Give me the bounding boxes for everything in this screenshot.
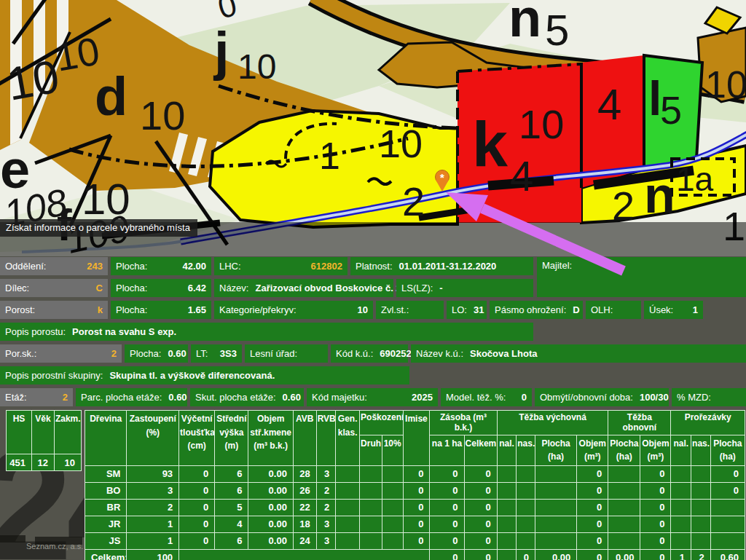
label: Etáž: bbox=[5, 392, 27, 403]
field-plocha-oddeleni: Plocha:42.00 bbox=[111, 257, 211, 275]
cell-gen bbox=[336, 499, 360, 516]
label: Kategorie/překryv: bbox=[219, 304, 297, 315]
col-header-vycetni: Výčetní tloušťka (cm) bbox=[179, 411, 215, 466]
cell-zastoupeni: 2 bbox=[127, 499, 179, 516]
cell-gen bbox=[336, 482, 360, 499]
cell-druh bbox=[360, 516, 382, 532]
cell-objem-vych: 0 bbox=[577, 516, 608, 532]
cell-hs: 451 bbox=[7, 454, 32, 471]
map-label: n bbox=[644, 167, 675, 224]
cell-nal-vych bbox=[497, 482, 517, 499]
map-label: 5 bbox=[545, 6, 569, 55]
cell-avb: 26 bbox=[293, 482, 316, 499]
cell-vycetni: 0 bbox=[179, 516, 215, 532]
col-header-stredni: Střední výška (m) bbox=[215, 411, 248, 466]
cell-druh bbox=[360, 499, 382, 516]
value: 2025 bbox=[412, 392, 433, 403]
stand-summary-table: HS Věk Zakm. 451 12 10 bbox=[6, 410, 82, 471]
col-header-gen-klas: Gen. klas. bbox=[336, 411, 360, 466]
field-lo: LO:31 bbox=[447, 301, 487, 319]
label: Skut. plocha etáže: bbox=[195, 392, 276, 403]
cell-plocha-obn bbox=[608, 482, 640, 499]
col-header-plocha-vych: Plocha (ha) bbox=[535, 435, 576, 465]
field-kod-majetku: Kód majetku:2025 bbox=[307, 388, 438, 406]
cell-nas-vych bbox=[517, 465, 535, 482]
value: 243 bbox=[87, 261, 103, 272]
field-nazev: Název:Zařizovací obvod Boskovice č. 2 bbox=[214, 279, 393, 297]
cell-avb: 22 bbox=[293, 499, 316, 516]
field-parc-plocha: Parc. plocha etáže:0.60 bbox=[76, 388, 187, 406]
group-header-poskozeni: Poškození bbox=[360, 411, 403, 435]
cell-nas-pror bbox=[691, 499, 711, 516]
label: LT: bbox=[196, 348, 208, 359]
value: 0 bbox=[522, 392, 527, 403]
cell-nal-pror bbox=[671, 516, 691, 532]
cell-nas-vych bbox=[517, 499, 535, 516]
value: C bbox=[96, 283, 103, 293]
value: k bbox=[98, 304, 103, 315]
cell-zastoupeni: 1 bbox=[127, 532, 179, 549]
col-header-nal-pror: nal. bbox=[671, 435, 691, 465]
cell-nas-pror bbox=[691, 465, 711, 482]
col-header-imise: Imise bbox=[403, 411, 430, 466]
map-label: 1a bbox=[676, 160, 714, 198]
col-header-rvb: RVB bbox=[316, 411, 336, 466]
field-model-tez: Model. těž. %:0 bbox=[441, 388, 532, 406]
marker-asterisk: * bbox=[440, 171, 444, 184]
label: Model. těž. %: bbox=[446, 392, 506, 403]
label: % MZD: bbox=[677, 392, 711, 403]
cell-celkem: 0 bbox=[464, 465, 497, 482]
field-dilec: Dílec:C bbox=[0, 279, 108, 297]
value: D bbox=[573, 304, 579, 315]
field-porsk: Por.sk.:2 bbox=[0, 344, 122, 363]
cell-druh bbox=[360, 482, 382, 499]
species-row: JS1060.0024300000 bbox=[85, 532, 745, 549]
map-label: k bbox=[472, 108, 509, 180]
col-header-vek: Věk bbox=[32, 411, 55, 454]
cell-plocha-obn bbox=[608, 465, 640, 482]
label: Kód majetku: bbox=[312, 392, 367, 403]
field-plocha-porost: Plocha:1.65 bbox=[111, 301, 211, 319]
cell-nal-vych bbox=[497, 549, 517, 560]
col-header-plocha-pror: Plocha (ha) bbox=[710, 435, 745, 465]
cell-plocha-vych bbox=[535, 499, 576, 516]
cell-vycetni: 0 bbox=[179, 499, 215, 516]
label: Plocha: bbox=[116, 261, 147, 272]
cell-druh bbox=[360, 465, 382, 482]
species-row: SM93060.00283000000 bbox=[85, 465, 745, 482]
col-header-drevina: Dřevina bbox=[85, 411, 127, 466]
cell-nas-vych bbox=[517, 516, 535, 532]
cell-nal-pror bbox=[671, 482, 691, 499]
label: Oddělení: bbox=[5, 261, 46, 272]
col-header-objem-obn: Objem (m³) bbox=[640, 435, 671, 465]
label: LO: bbox=[452, 304, 467, 315]
value: Skočova Lhota bbox=[470, 348, 537, 359]
cell-pct10 bbox=[382, 516, 403, 532]
field-lhc: LHC:612802 bbox=[214, 257, 348, 275]
map-label: 2 bbox=[612, 183, 635, 229]
cell-plocha-pror bbox=[710, 532, 745, 549]
map-label: 4 bbox=[597, 80, 621, 129]
field-zvlst: Zvl.st.: bbox=[376, 301, 444, 319]
field-oddeleni: Oddělení:243 bbox=[0, 257, 108, 275]
cell-plocha-pror: 0.60 bbox=[710, 549, 745, 560]
cell-rvb: 3 bbox=[316, 465, 336, 482]
species-row: BO3060.00262000000 bbox=[85, 482, 745, 499]
map-watermark: Seznam.cz, a.s. bbox=[26, 542, 83, 551]
map-canvas[interactable]: 10 10 d 10 j 10 n 5 10 1 2 10 e 108 f 10… bbox=[0, 0, 746, 256]
label: Název k.ú.: bbox=[416, 348, 463, 359]
cell-avb: 28 bbox=[293, 465, 316, 482]
cell-plocha-pror: 0 bbox=[710, 465, 745, 482]
cell-zakm: 10 bbox=[54, 454, 81, 471]
cell-nal-vych bbox=[497, 499, 517, 516]
label: Parc. plocha etáže: bbox=[81, 392, 162, 403]
col-header-nal-vych: nal. bbox=[497, 435, 517, 465]
field-lslz: LS(LZ):- bbox=[396, 279, 533, 297]
label: Úsek: bbox=[649, 304, 673, 315]
cell-vycetni: 0 bbox=[179, 465, 215, 482]
cell-celkem: 0 bbox=[464, 516, 497, 532]
cell-nas-vych: 0 bbox=[517, 549, 535, 560]
cell-avb: 18 bbox=[293, 516, 316, 532]
value: 10 bbox=[358, 304, 368, 315]
label: Popis porostní skupiny: bbox=[5, 370, 103, 381]
